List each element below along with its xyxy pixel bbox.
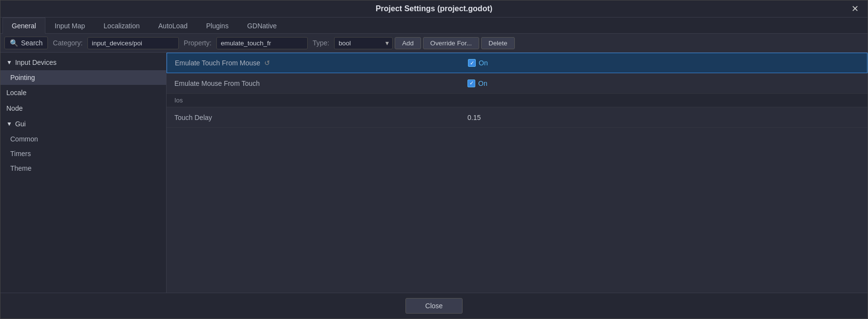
reset-icon-emulate-touch[interactable]: ↺	[264, 59, 270, 67]
title-bar: Project Settings (project.godot) ✕	[0, 0, 868, 18]
sidebar-item-input-devices[interactable]: ▼ Input Devices	[0, 55, 166, 70]
sidebar-group-locale: Locale	[0, 85, 166, 100]
property-name-touch-delay: Touch Delay	[167, 110, 460, 125]
property-row-touch-delay[interactable]: Touch Delay 0.15	[167, 107, 868, 128]
ios-section-label: Ios	[174, 97, 183, 104]
checkbox-emulate-touch[interactable]: ✓ On	[468, 59, 488, 67]
touch-delay-label: Touch Delay	[174, 114, 212, 121]
property-label: Property:	[181, 39, 214, 47]
chevron-down-icon-gui: ▼	[6, 120, 12, 127]
property-name-emulate-mouse: Emulate Mouse From Touch	[167, 76, 460, 91]
delete-button[interactable]: Delete	[481, 37, 515, 49]
tab-localization[interactable]: Localization	[94, 18, 149, 34]
sidebar-gui-label: Gui	[15, 120, 26, 128]
sidebar-item-locale[interactable]: Locale	[0, 85, 166, 100]
property-row-emulate-mouse[interactable]: Emulate Mouse From Touch ✓ On	[167, 73, 868, 94]
override-for-button[interactable]: Override For...	[423, 37, 479, 49]
add-button[interactable]: Add	[395, 37, 421, 49]
sidebar-item-pointing[interactable]: Pointing	[0, 70, 166, 85]
sidebar-item-node[interactable]: Node	[0, 100, 166, 116]
main-content: ▼ Input Devices Pointing Locale Node	[0, 53, 868, 293]
tab-autoload[interactable]: AutoLoad	[149, 18, 197, 34]
tab-plugins[interactable]: Plugins	[197, 18, 238, 34]
close-icon[interactable]: ✕	[848, 2, 862, 15]
dialog-title: Project Settings (project.godot)	[376, 4, 492, 13]
search-button[interactable]: 🔍 Search	[4, 37, 48, 49]
sidebar-item-timers[interactable]: Timers	[0, 146, 166, 161]
emulate-mouse-value: On	[478, 80, 487, 87]
section-header-ios: Ios	[167, 94, 868, 107]
sidebar-group-input-devices-label: Input Devices	[15, 59, 57, 66]
category-label: Category:	[50, 39, 85, 47]
footer: Close	[0, 293, 868, 319]
touch-delay-value: 0.15	[467, 114, 481, 121]
sidebar-item-common[interactable]: Common	[0, 132, 166, 146]
search-label: Search	[21, 39, 42, 47]
sidebar-group-gui: ▼ Gui Common Timers Theme	[0, 116, 166, 176]
sidebar-locale-label: Locale	[6, 89, 26, 97]
property-input[interactable]	[216, 37, 308, 49]
type-label: Type:	[310, 39, 332, 47]
property-value-emulate-mouse: ✓ On	[460, 76, 868, 91]
sidebar: ▼ Input Devices Pointing Locale Node	[0, 53, 167, 293]
property-value-emulate-touch: ✓ On	[460, 55, 867, 71]
search-icon: 🔍	[10, 39, 18, 47]
checkbox-emulate-mouse[interactable]: ✓ On	[467, 80, 487, 87]
checkmark-icon: ✓	[468, 59, 476, 67]
project-settings-dialog: Project Settings (project.godot) ✕ Gener…	[0, 0, 868, 319]
sidebar-item-theme[interactable]: Theme	[0, 161, 166, 176]
sidebar-group-input-devices: ▼ Input Devices Pointing	[0, 55, 166, 85]
property-name-emulate-touch: Emulate Touch From Mouse ↺	[167, 55, 460, 71]
sidebar-group-node: Node	[0, 100, 166, 116]
chevron-down-icon: ▼	[6, 59, 12, 66]
category-input[interactable]	[87, 37, 179, 49]
content-area: Emulate Touch From Mouse ↺ ✓ On Emulate …	[167, 53, 868, 293]
checkmark-icon-2: ✓	[467, 80, 475, 87]
emulate-touch-label: Emulate Touch From Mouse	[175, 59, 260, 67]
tab-gdnative[interactable]: GDNative	[238, 18, 286, 34]
sidebar-item-gui[interactable]: ▼ Gui	[0, 116, 166, 132]
emulate-mouse-label: Emulate Mouse From Touch	[174, 80, 260, 87]
toolbar: 🔍 Search Category: Property: Type: bool …	[0, 34, 868, 53]
property-row-emulate-touch[interactable]: Emulate Touch From Mouse ↺ ✓ On	[167, 53, 868, 73]
emulate-touch-value: On	[479, 59, 488, 67]
tab-general[interactable]: General	[2, 18, 45, 34]
sidebar-node-label: Node	[6, 104, 22, 112]
type-select[interactable]: bool	[334, 37, 393, 49]
tab-bar: General Input Map Localization AutoLoad …	[0, 18, 868, 34]
tab-input-map[interactable]: Input Map	[45, 18, 94, 34]
property-value-touch-delay: 0.15	[460, 110, 868, 125]
footer-close-button[interactable]: Close	[405, 298, 463, 314]
type-select-wrap: bool	[334, 37, 393, 49]
